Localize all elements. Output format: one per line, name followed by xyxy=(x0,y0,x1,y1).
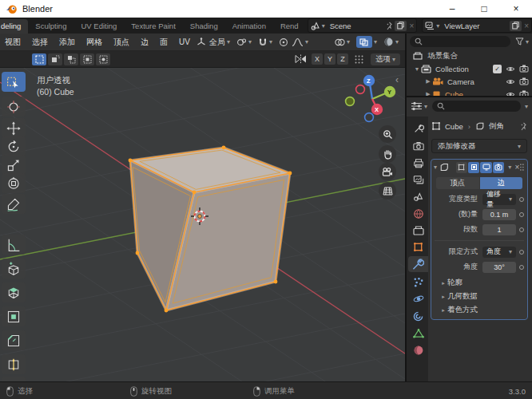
add-modifier-button[interactable]: 添加修改器 ▾ xyxy=(431,139,527,153)
new-viewlayer-button[interactable] xyxy=(510,21,522,31)
pan-view-button[interactable] xyxy=(379,145,396,163)
tab-object[interactable] xyxy=(408,239,428,255)
affect-edges-button[interactable]: 边 xyxy=(480,177,523,189)
properties-editor-icon[interactable] xyxy=(411,101,423,111)
workspace-tab-uv-editing[interactable]: UV Editing xyxy=(73,19,124,34)
tool-measure[interactable] xyxy=(2,235,26,255)
divider[interactable] xyxy=(407,96,532,97)
tool-scale[interactable] xyxy=(2,155,26,175)
subpanel-shading[interactable]: ▸ 着色方式 xyxy=(431,303,527,317)
angle-field[interactable]: 30° xyxy=(482,262,516,273)
tool-loop-cut[interactable] xyxy=(2,354,26,374)
animate-dot[interactable] xyxy=(519,227,524,232)
gizmo-x-label[interactable]: X xyxy=(375,106,379,113)
snap-grid-icon[interactable] xyxy=(354,54,364,65)
tab-physics[interactable] xyxy=(408,290,428,306)
panel-expand-chevron[interactable]: ▾ xyxy=(434,164,437,171)
tab-tool[interactable] xyxy=(408,120,428,136)
workspace-tab-rendering[interactable]: Rend xyxy=(273,19,306,34)
animate-dot[interactable] xyxy=(519,265,524,270)
sidebar-collapse-arrow[interactable]: ‹ xyxy=(395,74,399,85)
tab-constraints[interactable] xyxy=(408,308,428,324)
workspace-tab-animation[interactable]: Animation xyxy=(225,19,273,34)
overlays-dropdown[interactable]: ▾ xyxy=(334,38,350,47)
workspace-tab-modeling[interactable]: deling xyxy=(0,19,28,34)
new-scene-button[interactable] xyxy=(395,21,407,31)
tab-object-data[interactable] xyxy=(408,326,428,342)
menu-uv[interactable]: UV xyxy=(179,38,190,46)
pivot-point-dropdown[interactable]: ▾ xyxy=(236,38,252,47)
tool-inset-faces[interactable] xyxy=(2,306,26,326)
select-mode-invert-button[interactable] xyxy=(80,53,94,65)
modifier-render-toggle[interactable] xyxy=(493,162,504,173)
maximize-button[interactable]: □ xyxy=(468,0,500,18)
collection-checkbox[interactable]: ✓ xyxy=(493,65,502,73)
tab-collection-properties[interactable] xyxy=(408,223,428,239)
mirror-x-button[interactable]: X xyxy=(312,53,323,65)
tab-particles[interactable] xyxy=(408,274,428,290)
mirror-z-button[interactable]: Z xyxy=(337,53,348,65)
animate-dot[interactable] xyxy=(519,197,524,202)
tab-world[interactable] xyxy=(408,206,428,222)
modifier-cage-toggle[interactable] xyxy=(456,162,467,173)
pin-icon[interactable] xyxy=(386,22,393,30)
tool-tweak-select[interactable] xyxy=(2,72,26,92)
render-visibility-icon[interactable] xyxy=(519,65,529,73)
gizmo-y-label[interactable]: Y xyxy=(387,89,391,96)
select-mode-extend-button[interactable] xyxy=(48,53,62,65)
tool-add-cube[interactable] xyxy=(2,259,26,279)
subpanel-geometry[interactable]: ▸ 几何数据 xyxy=(431,290,527,303)
outliner-search-input[interactable] xyxy=(410,36,510,47)
outliner-row-collection[interactable]: ▼ Collection ✓ xyxy=(407,62,532,75)
animate-dot[interactable] xyxy=(519,212,524,217)
select-mode-new-button[interactable] xyxy=(32,53,46,65)
amount-field[interactable]: 0.1 m xyxy=(482,209,516,220)
viewlayer-selector[interactable]: ▾ ViewLayer × xyxy=(422,18,532,33)
menu-add[interactable]: 添加 xyxy=(59,37,75,48)
remove-viewlayer-button[interactable]: × xyxy=(524,22,529,30)
workspace-tab-sculpting[interactable]: Sculpting xyxy=(28,19,73,34)
tool-transform[interactable] xyxy=(2,173,26,193)
snap-toggle[interactable]: ▾ xyxy=(258,38,272,47)
menu-view[interactable]: 视图 xyxy=(5,37,21,48)
close-button[interactable]: × xyxy=(500,0,532,18)
perspective-toggle-button[interactable] xyxy=(379,182,396,200)
breadcrumb-modifier[interactable]: 倒角 xyxy=(489,121,504,132)
mirror-y-button[interactable]: Y xyxy=(324,53,335,65)
modifier-editmode-toggle[interactable] xyxy=(468,162,479,173)
pin-icon[interactable] xyxy=(520,122,527,131)
tool-rotate[interactable] xyxy=(2,136,26,156)
menu-edge[interactable]: 边 xyxy=(141,37,149,48)
viewport-canvas[interactable]: Z Y X 用户透视 (60) Cube ‹ xyxy=(0,68,405,381)
drag-handle-icon[interactable] xyxy=(519,163,525,172)
affect-vertices-button[interactable]: 顶点 xyxy=(436,177,479,189)
outliner-row-camera[interactable]: ▶ Camera xyxy=(407,75,532,88)
tab-output[interactable] xyxy=(408,155,428,171)
proportional-editing-toggle[interactable] xyxy=(279,38,288,47)
menu-face[interactable]: 面 xyxy=(160,37,168,48)
workspace-tab-shading[interactable]: Shading xyxy=(183,19,225,34)
divider[interactable] xyxy=(405,34,407,381)
tab-scene[interactable] xyxy=(408,188,428,204)
tool-annotate[interactable] xyxy=(2,194,26,214)
tool-cursor[interactable] xyxy=(2,97,26,117)
menu-vertex[interactable]: 顶点 xyxy=(113,37,129,48)
shading-mode-dropdown[interactable]: ▾ xyxy=(383,37,399,47)
options-dropdown[interactable]: 选项 ▾ xyxy=(371,53,400,65)
outliner-row-cube[interactable]: ▶ Cube xyxy=(407,88,532,96)
segments-field[interactable]: 1 xyxy=(482,224,516,235)
tree-collapsed-icon[interactable]: ▶ xyxy=(424,78,432,85)
tab-modifiers[interactable] xyxy=(408,256,428,272)
tool-bevel[interactable] xyxy=(2,330,26,350)
xray-toggle[interactable]: ▾ xyxy=(356,36,377,48)
camera-view-button[interactable] xyxy=(379,163,396,180)
falloff-dropdown[interactable]: ▾ xyxy=(292,38,308,47)
select-mode-subtract-button[interactable] xyxy=(64,53,78,65)
tree-expanded-icon[interactable]: ▼ xyxy=(413,66,421,72)
zoom-view-button[interactable] xyxy=(379,125,396,143)
filter-funnel-icon[interactable] xyxy=(515,38,524,45)
transform-orientation-dropdown[interactable]: 全局 ▾ xyxy=(197,37,230,48)
tab-material[interactable] xyxy=(408,342,428,358)
scene-selector[interactable]: ▾ Scene × xyxy=(308,18,418,33)
modifier-extras-chevron[interactable]: ▾ xyxy=(508,164,511,171)
